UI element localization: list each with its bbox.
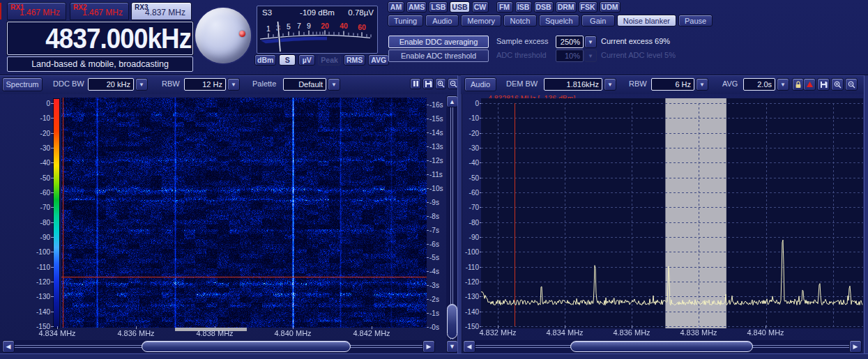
- s-meter: S3 -109 dBm 0.78µV 13579204060: [257, 6, 378, 54]
- waterfall-time-tick-label: -13s: [429, 143, 443, 151]
- tab-memory[interactable]: Memory: [461, 15, 501, 26]
- spectrum-hscroll-thumb[interactable]: [570, 341, 753, 352]
- adc-threshold-value[interactable]: 10%: [556, 49, 584, 62]
- function-tab-row: TuningAudioMemoryNotchSquelchGainNoise b…: [388, 15, 713, 26]
- avg-value[interactable]: 2.0s: [743, 78, 775, 91]
- waterfall-scroll-left-icon[interactable]: ◀: [2, 340, 15, 353]
- waterfall-hscroll-thumb[interactable]: [142, 341, 351, 352]
- enable-ddc-averaging-button[interactable]: Enable DDC averaging: [388, 36, 489, 48]
- spectrum-db-tick-label: -100: [461, 248, 479, 256]
- svg-text:7: 7: [297, 22, 301, 30]
- tab-gain[interactable]: Gain: [581, 15, 615, 26]
- smeter-button--v[interactable]: µV: [298, 54, 315, 66]
- sdr-receiver-window: RX1 1.467 MHz RX2 1.467 MHz RX3 4.837 MH…: [0, 0, 868, 359]
- svg-text:1: 1: [266, 24, 271, 33]
- waterfall-db-axis: 0-10-20-30-40-50-60-70-80-90-100-110-120…: [26, 98, 50, 330]
- rx2-tab[interactable]: RX2 1.467 MHz: [70, 2, 129, 20]
- mode-button-isb[interactable]: ISB: [515, 1, 532, 13]
- tab-pause[interactable]: Pause: [678, 15, 713, 26]
- ddc-bw-value[interactable]: 20 kHz: [88, 78, 134, 91]
- mode-button-fsk[interactable]: FSK: [579, 1, 597, 13]
- waterfall-time-tick-label: -15s: [429, 115, 443, 123]
- pause-icon[interactable]: [410, 78, 421, 89]
- mode-button-usb[interactable]: USB: [450, 1, 469, 13]
- mode-button-ams[interactable]: AMS: [406, 1, 427, 13]
- frequency-display[interactable]: 4837.000kHz: [7, 22, 193, 55]
- smeter-button-peak[interactable]: Peak: [318, 54, 341, 66]
- waterfall-db-tick-label: -30: [26, 144, 50, 152]
- waterfall-scroll-right-icon[interactable]: ▶: [422, 340, 435, 353]
- left-rbw-value[interactable]: 12 Hz: [184, 78, 226, 91]
- smeter-button-s[interactable]: S: [279, 54, 296, 66]
- waterfall-time-tick-label: -7s: [429, 227, 439, 234]
- mode-button-cw[interactable]: CW: [472, 1, 489, 13]
- rx3-tab[interactable]: RX3 4.837 MHz: [131, 2, 192, 20]
- avg-dropdown-icon[interactable]: ▼: [777, 78, 789, 91]
- mode-button-dsb[interactable]: DSB: [534, 1, 554, 13]
- waterfall-db-tick-label: -130: [26, 293, 50, 300]
- sample-excess-value[interactable]: 250%: [556, 36, 584, 48]
- mode-button-fm[interactable]: FM: [496, 1, 513, 13]
- zoom-in-icon[interactable]: [831, 78, 844, 91]
- waterfall-canvas[interactable]: [61, 98, 427, 328]
- waterfall-scroll-up-icon[interactable]: ▲: [446, 96, 458, 107]
- mode-button-am[interactable]: AM: [388, 1, 404, 13]
- waterfall-time-tick-label: -11s: [429, 171, 443, 178]
- spectrum-canvas[interactable]: [481, 98, 863, 328]
- right-rbw-dropdown-icon[interactable]: ▼: [696, 78, 708, 91]
- tab-noise-blanker[interactable]: Noise blanker: [617, 15, 676, 26]
- spectrum-freq-tick-label: 4.836 MHz: [604, 328, 660, 337]
- mode-button-udm[interactable]: UDM: [600, 1, 620, 13]
- ddc-bw-label: DDC BW: [53, 79, 84, 88]
- zoom-out-icon[interactable]: [845, 78, 858, 91]
- dem-bw-label: DEM BW: [506, 79, 538, 88]
- dem-bw-dropdown-icon[interactable]: ▼: [604, 78, 616, 91]
- avg-lock-icon[interactable]: [792, 78, 804, 91]
- mode-button-lsb[interactable]: LSB: [429, 1, 448, 13]
- spectrum-scroll-right-icon[interactable]: ▶: [849, 340, 862, 353]
- smeter-button-dbm[interactable]: dBm: [254, 54, 276, 66]
- zoom-in-icon[interactable]: [435, 78, 446, 89]
- window-edge-red-sliver: [0, 3, 1, 20]
- frequency-value: 4837.000kHz: [45, 23, 192, 54]
- waterfall-scroll-down-icon[interactable]: ▼: [446, 340, 458, 353]
- waterfall-time-tick-label: -5s: [429, 254, 439, 261]
- adc-threshold-label: ADC threshold: [496, 51, 547, 59]
- rx1-tab[interactable]: RX1 1.467 MHz: [7, 2, 66, 20]
- tuning-knob[interactable]: [195, 8, 251, 63]
- dem-bw-value[interactable]: 1.816kHz: [544, 78, 602, 91]
- smeter-button-rms[interactable]: RMS: [344, 54, 365, 66]
- tab-audio[interactable]: Audio: [425, 15, 459, 26]
- palette-value[interactable]: Default: [283, 78, 326, 91]
- ddc-bw-dropdown-icon[interactable]: ▼: [135, 78, 148, 91]
- enable-adc-threshold-button[interactable]: Enable ADC threshold: [388, 49, 489, 62]
- spectrum-scroll-left-icon[interactable]: ◀: [463, 340, 475, 353]
- waterfall-db-tick-label: -60: [26, 189, 50, 197]
- save-icon[interactable]: [422, 78, 434, 89]
- save-icon[interactable]: [817, 78, 830, 91]
- palette-dropdown-icon[interactable]: ▼: [328, 78, 340, 91]
- peak-marker-icon[interactable]: [803, 78, 816, 91]
- s-meter-scale: 13579204060: [257, 17, 376, 52]
- tab-squelch[interactable]: Squelch: [539, 15, 579, 26]
- adc-threshold-dropdown-icon[interactable]: ▼: [584, 49, 597, 62]
- avg-label: AVG: [722, 79, 738, 88]
- mode-button-drm[interactable]: DRM: [556, 1, 577, 13]
- right-rbw-value[interactable]: 6 Hz: [651, 78, 694, 91]
- palette-label: Palette: [252, 79, 276, 88]
- waterfall-time-tick-label: -16s: [429, 101, 443, 109]
- spectrum-db-tick-label: -120: [461, 278, 479, 286]
- spectrum-freq-tick-label: 4.832 MHz: [470, 328, 526, 337]
- waterfall-time-axis: -16s-15s-14s-13s-12s-11s-10s-9s-8s-7s-6s…: [429, 98, 448, 333]
- audio-view-button[interactable]: Audio: [464, 77, 496, 91]
- tab-notch[interactable]: Notch: [503, 15, 537, 26]
- left-rbw-dropdown-icon[interactable]: ▼: [227, 78, 240, 91]
- mode-button-row: AMAMSLSBUSBCWFMISBDSBDRMFSKUDM: [388, 1, 620, 13]
- smeter-button-avg[interactable]: AVG: [368, 54, 389, 66]
- spectrum-db-tick-label: -10: [461, 114, 479, 122]
- sample-excess-dropdown-icon[interactable]: ▼: [584, 36, 597, 48]
- tab-tuning[interactable]: Tuning: [388, 15, 423, 26]
- spectrum-view-button[interactable]: Spectrum: [2, 77, 43, 91]
- spectrum-db-axis: 0-10-20-30-40-50-60-70-80-90-100-110-120…: [461, 98, 479, 330]
- left-rbw-label: RBW: [162, 79, 180, 88]
